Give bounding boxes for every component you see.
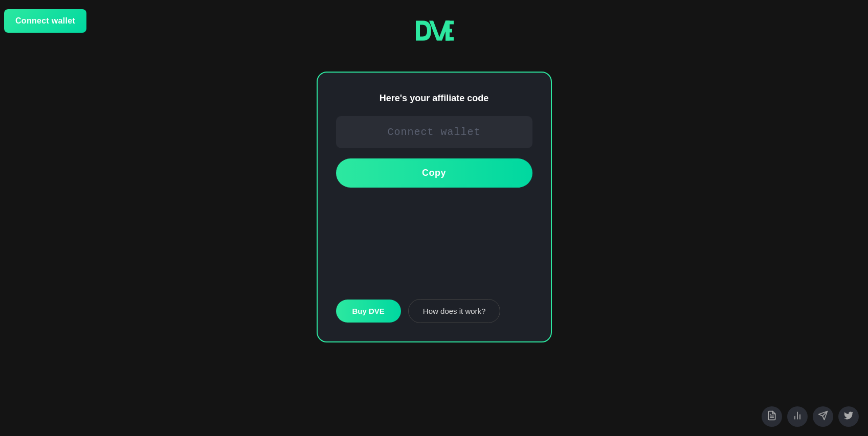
- buy-dve-button[interactable]: Buy DVE: [336, 300, 401, 323]
- how-it-works-button[interactable]: How does it work?: [408, 299, 501, 323]
- chart-icon: [792, 410, 803, 423]
- card-spacer: [336, 198, 532, 289]
- twitter-icon: [843, 410, 854, 423]
- svg-rect-2: [446, 29, 452, 33]
- affiliate-code-input[interactable]: [336, 116, 532, 148]
- twitter-icon-button[interactable]: [838, 406, 859, 427]
- chart-icon-button[interactable]: [787, 406, 808, 427]
- document-icon: [767, 410, 777, 423]
- document-icon-button[interactable]: [762, 406, 782, 427]
- copy-button[interactable]: Copy: [336, 158, 532, 188]
- card-title: Here's your affiliate code: [336, 93, 532, 104]
- logo: [414, 15, 455, 48]
- telegram-icon: [818, 410, 828, 423]
- connect-wallet-button[interactable]: Connect wallet: [4, 9, 86, 33]
- svg-rect-1: [446, 21, 454, 25]
- svg-rect-3: [446, 37, 454, 41]
- telegram-icon-button[interactable]: [813, 406, 833, 427]
- affiliate-card: Here's your affiliate code Copy Buy DVE …: [317, 72, 552, 342]
- card-bottom-row: Buy DVE How does it work?: [336, 299, 532, 323]
- bottom-icons-bar: [762, 406, 859, 427]
